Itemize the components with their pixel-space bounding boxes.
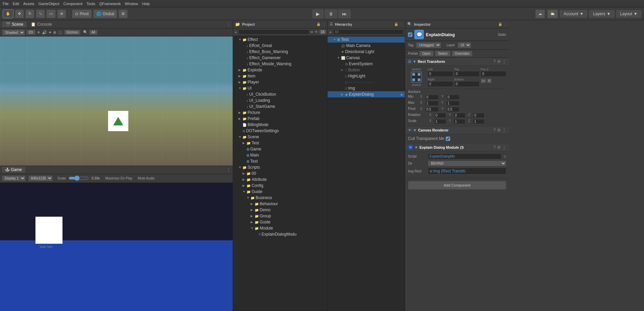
canvas-renderer-header[interactable]: 👁 ▼ Canvas Renderer ? ⚙ ⋮ xyxy=(405,126,509,134)
list-item[interactable]: 🎥 Main Camera xyxy=(328,43,405,49)
list-item[interactable]: ⊞ Main xyxy=(233,152,327,158)
list-item[interactable]: □ - - - - - - - - - - - xyxy=(328,79,405,85)
rect-btn-1[interactable]: ▭ xyxy=(481,78,486,83)
list-item[interactable]: ♪ Effect_Gameover xyxy=(233,55,327,61)
list-item[interactable]: ▶ 📁 Explode xyxy=(233,67,327,73)
list-item[interactable]: ▶ 📁 Player xyxy=(233,79,327,85)
inspector-obj-name[interactable]: ExplainDialog xyxy=(426,32,496,37)
list-item[interactable]: ▶ 📁 Demo xyxy=(233,207,327,213)
list-item[interactable]: ♪ Effcet_Great xyxy=(233,43,327,49)
list-item[interactable]: ▼ 📁 Module xyxy=(233,225,327,231)
step-btn[interactable]: ⏭ xyxy=(338,9,351,18)
list-item[interactable]: ☀ Directional Light xyxy=(328,49,405,55)
menu-window[interactable]: Window xyxy=(125,2,138,6)
em-settings-icon[interactable]: ⚙ xyxy=(497,145,501,150)
hierarchy-item-menu-icon[interactable]: ⋮ xyxy=(400,38,404,42)
right-input[interactable] xyxy=(428,81,453,87)
game-tab-menu-btn[interactable]: ⋮ xyxy=(227,167,231,172)
cloud-btn[interactable]: ⛅ xyxy=(547,9,558,18)
eye-icon[interactable]: 👁 xyxy=(315,30,318,34)
shading-select[interactable]: Shaded xyxy=(2,29,25,35)
lock-icon[interactable]: 🔒 xyxy=(316,22,320,26)
fx-icon[interactable]: ✦ xyxy=(48,30,52,35)
layers-btn[interactable]: Layers ▼ xyxy=(589,10,614,18)
rot-z-input[interactable] xyxy=(473,113,485,118)
gizmos-btn[interactable]: Gizmos xyxy=(64,30,80,35)
rot-x-input[interactable] xyxy=(434,113,446,118)
menu-qframework[interactable]: QFramework xyxy=(99,2,121,6)
list-item[interactable]: ♪ Effect_Missile_Warning xyxy=(233,61,327,67)
global-btn[interactable]: 🌐 Global xyxy=(93,9,118,18)
scale-slider[interactable] xyxy=(69,176,89,181)
display-select[interactable]: Display 1 xyxy=(2,175,26,181)
list-item[interactable]: ⊙ EventSystem xyxy=(328,61,405,67)
lighting-icon[interactable]: ☀ xyxy=(37,30,41,35)
dir-select[interactable]: BEHIND xyxy=(428,161,506,166)
audio-icon[interactable]: 🔊 xyxy=(42,30,47,35)
game-tab[interactable]: 🕹 Game xyxy=(2,167,25,173)
imgrect-value[interactable]: ⊞ Img (Rect Transfo xyxy=(428,168,506,174)
tag-select[interactable]: Untagged xyxy=(416,42,441,48)
2d-btn[interactable]: 2D xyxy=(26,30,35,35)
help-icon[interactable]: ? xyxy=(493,59,496,64)
select-btn[interactable]: Select xyxy=(435,51,450,56)
menu-file[interactable]: File xyxy=(3,2,9,6)
list-item[interactable]: ▼ 📁 Guide xyxy=(233,189,327,195)
overflow-icon[interactable]: ⋮ xyxy=(502,59,506,64)
list-item[interactable]: ▼ 📁 Business xyxy=(233,195,327,201)
rect-tool-btn[interactable]: ▭ xyxy=(46,9,56,18)
left-input[interactable] xyxy=(428,71,453,77)
cull-checkbox[interactable] xyxy=(446,137,450,141)
scene-extra-icon[interactable]: ⊕ xyxy=(53,30,56,35)
list-item[interactable]: ⊙ DOTweenSettings xyxy=(233,128,327,134)
top-input[interactable] xyxy=(454,71,480,77)
list-item[interactable]: ♪ UI_Loading xyxy=(233,97,327,103)
list-item[interactable]: □ Img xyxy=(328,85,405,91)
list-item[interactable]: ⊞ Game xyxy=(233,146,327,152)
rect-transform-header[interactable]: ⊞ ▼ Rect Transform ? ⚙ ⋮ xyxy=(405,58,509,66)
list-item[interactable]: ♪ UI_ClickButton xyxy=(233,91,327,97)
list-item[interactable]: ▼ 📁 UI xyxy=(233,85,327,91)
pivot-btn[interactable]: ⊙ Pivot xyxy=(72,9,92,18)
hierarchy-add-icon[interactable]: + xyxy=(329,29,332,35)
rect-btn-2[interactable]: F xyxy=(487,78,492,83)
explain-module-header[interactable]: ⊞ ▼ Explain Dialog Module (S ? ⚙ ⋮ xyxy=(405,143,509,151)
list-item[interactable]: ▼ ⊞ Test ⋮ xyxy=(328,37,405,43)
inspector-lock-icon[interactable]: 🔒 xyxy=(498,22,502,26)
star-icon[interactable]: ★ xyxy=(310,30,313,34)
menu-component[interactable]: Component xyxy=(63,2,82,6)
min-x-input[interactable] xyxy=(425,95,439,100)
posz-input[interactable] xyxy=(481,71,506,77)
em-overflow-icon[interactable]: ⋮ xyxy=(502,145,506,150)
list-item[interactable]: ▶ 📁 Picture xyxy=(233,110,327,116)
list-item[interactable]: ▶ 📁 Item xyxy=(233,73,327,79)
maximize-label[interactable]: Maximize On Play xyxy=(105,176,132,180)
list-item[interactable]: ▼ ⬜ Canvas xyxy=(328,55,405,61)
list-item[interactable]: ⊞ Test xyxy=(233,158,327,164)
menu-assets[interactable]: Assets xyxy=(23,2,34,6)
list-item[interactable]: ▶ 📁 Behaviour xyxy=(233,201,327,207)
cr-overflow-icon[interactable]: ⋮ xyxy=(502,128,506,133)
open-btn[interactable]: Open xyxy=(419,51,433,56)
scene-tab-menu-btn[interactable]: ⋮ xyxy=(227,22,231,27)
list-item[interactable]: ▶ 📁 Group xyxy=(233,213,327,219)
list-item[interactable]: # ExplainDialogModu xyxy=(233,231,327,237)
em-help-icon[interactable]: ? xyxy=(493,145,496,150)
rot-y-input[interactable] xyxy=(454,113,465,118)
list-item[interactable]: ▶ 📁 Attribute xyxy=(233,176,327,183)
hierarchy-menu-icon[interactable]: ⋮ xyxy=(400,22,403,26)
script-value[interactable]: ExplainDialogMo xyxy=(428,153,501,159)
menu-help[interactable]: Help xyxy=(142,2,150,6)
console-tab[interactable]: 📋 Console xyxy=(27,21,55,27)
scene-tab[interactable]: 🎬 Scene xyxy=(2,21,27,27)
menu-gameobject[interactable]: GameObject xyxy=(38,2,59,6)
extra-tool-btn[interactable]: ⊞ xyxy=(119,9,128,18)
list-item[interactable]: 📄 BillingMode xyxy=(233,122,327,128)
max-y-input[interactable] xyxy=(446,101,460,106)
list-item[interactable]: ▶ 📁 Config xyxy=(233,183,327,189)
project-search-input[interactable] xyxy=(238,29,309,34)
collab-btn[interactable]: ☁ xyxy=(535,9,545,18)
inspector-menu-icon[interactable]: ⋮ xyxy=(504,22,507,26)
list-item[interactable]: ▼ 📁 Scripts xyxy=(233,164,327,170)
list-item[interactable]: ▶ □ Button xyxy=(328,67,405,73)
